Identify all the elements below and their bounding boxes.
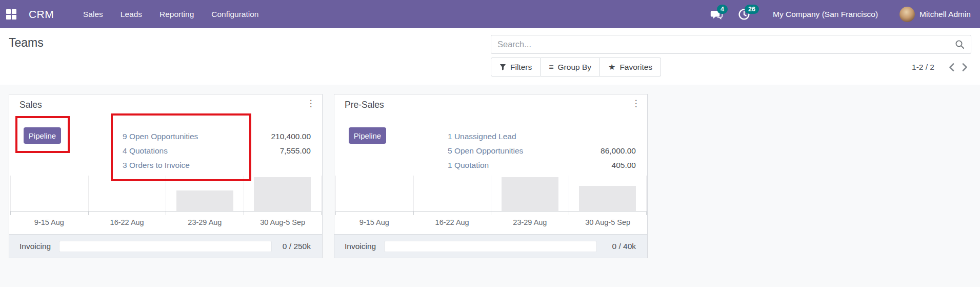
quotation-link[interactable]: 1 Quotation xyxy=(448,161,489,170)
chart-labels: 9-15 Aug 16-22 Aug 23-29 Aug 30 Aug-5 Se… xyxy=(10,218,322,226)
filter-funnel-icon xyxy=(499,64,506,70)
menu-item-reporting[interactable]: Reporting xyxy=(151,0,203,28)
chart-tick-label: 16-22 Aug xyxy=(413,218,491,226)
stat-value: 86,000.00 xyxy=(601,146,636,156)
messages-count-badge: 4 xyxy=(717,5,728,14)
open-opportunities-link[interactable]: 5 Open Opportunities xyxy=(448,146,523,156)
weekly-bar-chart xyxy=(335,176,647,211)
stat-value: 210,400.00 xyxy=(271,132,311,141)
invoicing-value: 0 / 40k xyxy=(603,242,636,251)
chart-axis xyxy=(335,211,647,215)
search-box xyxy=(491,35,971,54)
stat-row: 5 Open Opportunities 86,000.00 xyxy=(448,144,636,158)
search-icon[interactable] xyxy=(955,40,965,49)
chart-tick-label: 30 Aug-5 Sep xyxy=(569,218,647,226)
invoicing-label: Invoicing xyxy=(19,242,59,251)
invoicing-footer: Invoicing 0 / 250k xyxy=(9,234,322,258)
stat-row: 9 Open Opportunities 210,400.00 xyxy=(123,129,311,144)
pipeline-button[interactable]: Pipeline xyxy=(24,127,61,144)
activities-button[interactable]: 26 xyxy=(738,8,750,21)
invoicing-progress-bar xyxy=(384,241,597,252)
chart-column xyxy=(11,176,89,211)
invoicing-label: Invoicing xyxy=(345,242,384,251)
stat-value: 7,555.00 xyxy=(280,146,311,156)
weekly-bar-chart xyxy=(10,176,322,211)
kanban-area: Sales ⋮ Pipeline 9 Open Opportunities 21… xyxy=(0,85,980,287)
chart-column xyxy=(336,176,414,211)
unassigned-lead-link[interactable]: 1 Unassigned Lead xyxy=(448,132,516,141)
chart-column xyxy=(244,176,322,211)
invoicing-progress-bar xyxy=(59,241,272,252)
chart-column xyxy=(166,176,244,211)
company-switcher[interactable]: My Company (San Francisco) xyxy=(773,10,878,19)
team-card-sales: Sales ⋮ Pipeline 9 Open Opportunities 21… xyxy=(9,94,323,258)
favorites-button[interactable]: ★ Favorites xyxy=(600,58,661,76)
navbar-right: 4 26 My Company (San Francisco) Mitchell… xyxy=(710,7,980,22)
chart-bar xyxy=(579,186,636,211)
search-input[interactable] xyxy=(497,40,955,49)
invoicing-value: 0 / 250k xyxy=(278,242,311,251)
stat-row: 1 Quotation 405.00 xyxy=(448,158,636,173)
kebab-menu-icon[interactable]: ⋮ xyxy=(305,98,317,109)
menu-item-sales[interactable]: Sales xyxy=(74,0,112,28)
quotations-link[interactable]: 4 Quotations xyxy=(123,146,168,156)
apps-grid-icon xyxy=(6,9,16,20)
orders-to-invoice-link[interactable]: 3 Orders to Invoice xyxy=(123,161,190,170)
pager-previous-button[interactable] xyxy=(945,58,958,76)
main-menu: Sales Leads Reporting Configuration xyxy=(74,0,267,28)
chart-column xyxy=(569,176,647,211)
messages-button[interactable]: 4 xyxy=(710,8,723,21)
user-avatar[interactable] xyxy=(899,7,915,22)
chart-column xyxy=(89,176,167,211)
chevron-right-icon xyxy=(962,63,968,71)
app-title[interactable]: CRM xyxy=(29,8,54,21)
chart-axis xyxy=(10,211,322,215)
group-by-label: Group By xyxy=(558,63,591,72)
team-title: Sales xyxy=(19,100,42,110)
chart-column xyxy=(491,176,569,211)
stat-row: 4 Quotations 7,555.00 xyxy=(123,144,311,158)
open-opportunities-link[interactable]: 9 Open Opportunities xyxy=(123,132,198,141)
chevron-left-icon xyxy=(949,63,954,71)
chart-tick-label: 9-15 Aug xyxy=(335,218,413,226)
group-by-icon: ≡ xyxy=(549,63,553,71)
chart-bar xyxy=(502,177,558,211)
top-navbar: CRM Sales Leads Reporting Configuration … xyxy=(0,0,980,28)
chart-bar xyxy=(176,190,233,211)
search-options: Filters ≡ Group By ★ Favorites xyxy=(491,58,661,76)
pager-next-button[interactable] xyxy=(958,58,971,76)
kebab-menu-icon[interactable]: ⋮ xyxy=(630,98,642,109)
chart-tick-label: 30 Aug-5 Sep xyxy=(244,218,322,226)
chart-labels: 9-15 Aug 16-22 Aug 23-29 Aug 30 Aug-5 Se… xyxy=(335,218,647,226)
stat-row: 1 Unassigned Lead xyxy=(448,129,636,144)
menu-item-leads[interactable]: Leads xyxy=(112,0,151,28)
chart-column xyxy=(414,176,492,211)
team-title: Pre-Sales xyxy=(345,100,384,110)
invoicing-footer: Invoicing 0 / 40k xyxy=(334,234,647,258)
apps-menu-button[interactable] xyxy=(0,0,23,28)
pager-count: 1-2 / 2 xyxy=(912,63,934,72)
filters-label: Filters xyxy=(510,63,532,72)
team-card-presales: Pre-Sales ⋮ Pipeline 1 Unassigned Lead 5… xyxy=(334,94,648,258)
pager: 1-2 / 2 xyxy=(912,58,971,76)
menu-item-configuration[interactable]: Configuration xyxy=(203,0,267,28)
user-menu[interactable]: Mitchell Admin xyxy=(919,10,971,19)
pipeline-button[interactable]: Pipeline xyxy=(349,127,386,144)
crm-teams-page: CRM Sales Leads Reporting Configuration … xyxy=(0,0,980,287)
chart-tick-label: 23-29 Aug xyxy=(491,218,569,226)
stat-value: 405.00 xyxy=(612,161,636,170)
chart-bar xyxy=(254,177,311,211)
chart-tick-label: 23-29 Aug xyxy=(166,218,244,226)
favorites-label: Favorites xyxy=(619,63,652,72)
control-panel: Teams Filters ≡ Group By ★ Favorites xyxy=(0,28,980,85)
chart-tick-label: 9-15 Aug xyxy=(10,218,88,226)
filters-button[interactable]: Filters xyxy=(491,58,541,76)
activities-count-badge: 26 xyxy=(745,5,759,14)
stat-row: 3 Orders to Invoice xyxy=(123,158,311,173)
star-icon: ★ xyxy=(608,63,615,71)
chart-tick-label: 16-22 Aug xyxy=(88,218,166,226)
page-title: Teams xyxy=(9,36,44,50)
group-by-button[interactable]: ≡ Group By xyxy=(541,58,600,76)
